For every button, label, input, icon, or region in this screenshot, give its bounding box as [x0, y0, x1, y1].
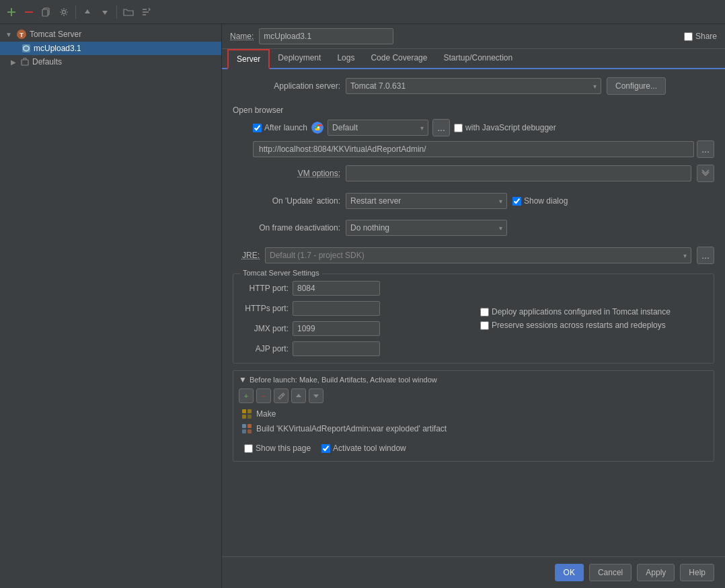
tab-deployment[interactable]: Deployment [270, 49, 329, 69]
vm-options-input[interactable] [346, 165, 691, 181]
on-update-label: On 'Update' action: [233, 196, 340, 206]
show-page-label[interactable]: Show this page [244, 444, 311, 453]
svg-text:T: T [20, 32, 24, 38]
on-update-dropdown-arrow: ▾ [499, 198, 502, 205]
cancel-button[interactable]: Cancel [589, 564, 632, 581]
move-up-button[interactable] [80, 5, 95, 19]
url-input[interactable] [253, 141, 694, 157]
vm-options-row: VM options: [233, 165, 714, 182]
tree-item-mcupload[interactable]: mcUpload3.1 [0, 42, 221, 55]
left-panel: ▼ T Tomcat Server mcUpload3.1 ▶ [0, 24, 222, 588]
activate-tool-checkbox[interactable] [321, 444, 330, 453]
tree-item-defaults[interactable]: ▶ Defaults [0, 55, 221, 69]
jre-dropdown[interactable]: Default (1.7 - project SDK) ▾ [265, 247, 691, 263]
svg-point-5 [63, 10, 66, 13]
before-launch-arrow: ▼ [239, 375, 247, 384]
after-launch-checkbox-label[interactable]: After launch [253, 123, 307, 132]
launch-remove-button[interactable]: − [256, 388, 271, 403]
browser-dropdown-arrow: ▾ [420, 124, 424, 132]
svg-rect-13 [242, 415, 246, 419]
on-update-dropdown[interactable]: Restart server ▾ [346, 193, 507, 209]
remove-config-button[interactable] [22, 5, 36, 19]
sort-button[interactable] [139, 5, 153, 19]
on-frame-deact-dropdown[interactable]: Do nothing ▾ [346, 220, 507, 236]
app-server-dropdown-arrow: ▾ [593, 83, 597, 90]
https-port-input[interactable] [293, 301, 380, 316]
svg-rect-15 [242, 424, 246, 428]
chrome-icon [311, 122, 323, 134]
tab-startup-connection[interactable]: Startup/Connection [435, 49, 521, 69]
make-label: Make [256, 409, 276, 419]
preserve-checkbox[interactable] [480, 321, 489, 330]
name-label: Name: [230, 32, 254, 41]
apply-button[interactable]: Apply [637, 564, 675, 581]
js-debugger-checkbox[interactable] [454, 124, 463, 132]
share-checkbox[interactable] [684, 32, 693, 41]
browser-row: After launch Default [233, 119, 714, 136]
http-port-input[interactable] [293, 281, 380, 296]
launch-up-button[interactable] [291, 388, 306, 403]
preserve-checkbox-label[interactable]: Preserve sessions across restarts and re… [480, 321, 705, 330]
folder-button[interactable] [121, 5, 136, 19]
before-launch-title: Before launch: Make, Build Artifacts, Ac… [250, 376, 437, 384]
after-launch-checkbox[interactable] [253, 124, 262, 132]
jre-row: JRE: Default (1.7 - project SDK) ▾ ... [233, 247, 714, 264]
tabs-bar: Server Deployment Logs Code Coverage Sta… [222, 49, 725, 69]
tab-server[interactable]: Server [227, 49, 270, 69]
svg-rect-16 [247, 424, 252, 428]
jmx-port-label: JMX port: [241, 324, 289, 333]
browser-more-button[interactable]: ... [432, 119, 450, 136]
ajp-port-input[interactable] [293, 341, 380, 356]
http-port-label: HTTP port: [241, 284, 289, 293]
share-label: Share [695, 32, 717, 41]
tomcat-settings-title: Tomcat Server Settings [240, 269, 322, 277]
svg-rect-2 [25, 11, 33, 13]
share-area: Share [684, 32, 717, 41]
svg-rect-4 [42, 9, 48, 16]
show-page-checkbox[interactable] [244, 444, 253, 453]
add-config-button[interactable] [4, 5, 19, 19]
js-debugger-label[interactable]: with JavaScript debugger [454, 123, 556, 132]
configure-button[interactable]: Configure... [607, 77, 666, 95]
launch-add-button[interactable]: + [239, 388, 254, 403]
on-update-row: On 'Update' action: Restart server ▾ Sho… [233, 193, 714, 209]
before-launch-header[interactable]: ▼ Before launch: Make, Build Artifacts, … [239, 375, 708, 384]
app-server-row: Application server: Tomcat 7.0.631 ▾ Con… [233, 77, 714, 95]
ports-grid: HTTP port: HTTPs port: JMX port: AJ [241, 281, 705, 356]
tree-item-tomcat-server[interactable]: ▼ T Tomcat Server [0, 27, 221, 42]
deploy-checkbox-label[interactable]: Deploy applications configured in Tomcat… [480, 307, 705, 317]
footer-row: Show this page Activate tool window [239, 439, 708, 457]
deploy-checkbox[interactable] [480, 308, 489, 317]
show-dialog-label[interactable]: Show dialog [512, 196, 568, 206]
tab-logs[interactable]: Logs [329, 49, 362, 69]
ajp-port-row: AJP port: [241, 341, 467, 356]
jre-more-button[interactable]: ... [697, 247, 714, 264]
app-server-dropdown[interactable]: Tomcat 7.0.631 ▾ [346, 78, 601, 94]
help-button[interactable]: Help [680, 564, 714, 581]
svg-rect-11 [242, 409, 246, 413]
on-frame-deact-label: On frame deactivation: [233, 223, 340, 233]
launch-edit-button[interactable] [274, 388, 289, 403]
ok-button[interactable]: OK [555, 564, 584, 581]
move-down-button[interactable] [98, 5, 112, 19]
tab-code-coverage[interactable]: Code Coverage [362, 49, 435, 69]
make-icon [241, 409, 252, 419]
jmx-port-input[interactable] [293, 321, 380, 336]
make-launch-item: Make [239, 407, 708, 421]
build-launch-item: Build 'KKVirtualAdReportAdmin:war explod… [239, 422, 708, 435]
vm-options-expand-button[interactable] [697, 165, 714, 182]
show-dialog-checkbox[interactable] [512, 197, 521, 206]
launch-down-button[interactable] [309, 388, 323, 403]
browser-dropdown[interactable]: Default ▾ [328, 120, 428, 136]
url-more-button[interactable]: ... [697, 140, 714, 158]
tree-arrow-defaults: ▶ [11, 58, 16, 66]
url-row: ... [233, 140, 714, 158]
name-input[interactable] [259, 28, 393, 44]
settings-config-button[interactable] [56, 5, 71, 19]
launch-tools: + − [239, 388, 708, 403]
copy-config-button[interactable] [39, 5, 54, 19]
on-frame-deact-row: On frame deactivation: Do nothing ▾ [233, 220, 714, 236]
defaults-label: Defaults [32, 57, 62, 67]
activate-tool-label[interactable]: Activate tool window [321, 444, 406, 453]
http-port-row: HTTP port: [241, 281, 467, 296]
